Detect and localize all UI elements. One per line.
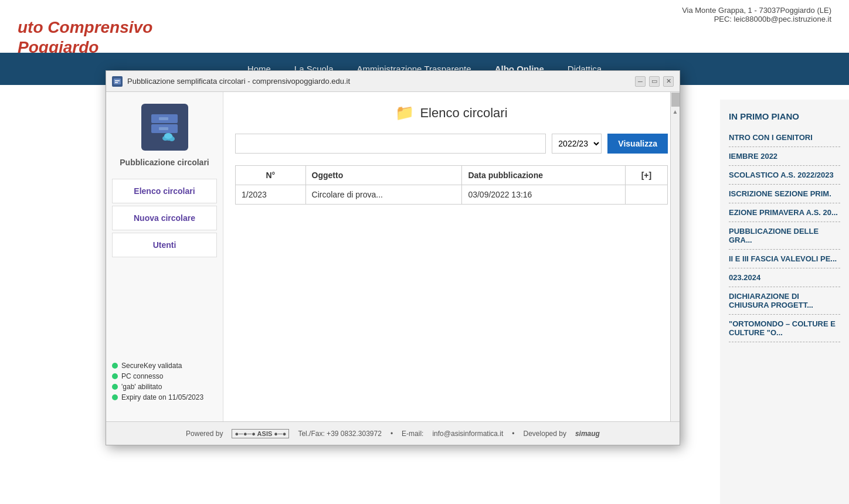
- svg-rect-6: [159, 127, 168, 130]
- cell-action[interactable]: [625, 185, 667, 205]
- modal-main-content: 📁 Elenco circolari 2022/23 2023/24 2021/…: [223, 92, 680, 421]
- footer-dev-separator: •: [512, 430, 514, 438]
- footer-email-separator: •: [390, 430, 393, 438]
- svg-rect-1: [115, 80, 120, 81]
- app-logo-icon: [141, 104, 188, 151]
- footer-dev-name: simaug: [575, 430, 600, 438]
- svg-point-10: [164, 133, 172, 139]
- status-dot-expiry: [112, 394, 118, 400]
- nav-utenti[interactable]: Utenti: [112, 233, 217, 257]
- modal-controls: ─ ▭ ✕: [635, 76, 674, 87]
- circolari-table: N° Oggetto Data pubblicazione [+] 1/2023…: [235, 165, 668, 205]
- footer-developed-by: Developed by: [524, 430, 566, 438]
- bg-sidebar-title: IN PRIMO PIANO: [729, 111, 840, 121]
- bg-sidebar-item-6[interactable]: PUBBLICAZIONE DELLE GRA...: [729, 222, 840, 250]
- status-securekey: SecureKey validata: [112, 362, 217, 370]
- bg-sidebar-item-4[interactable]: ISCRIZIONE SEZIONE PRIM.: [729, 185, 840, 203]
- svg-rect-2: [115, 82, 118, 83]
- status-label-gab: 'gab' abilitato: [121, 383, 162, 391]
- modal-title-text: Pubblicazione semplificata circolari - c…: [127, 77, 635, 86]
- bg-sidebar-item-3[interactable]: SCOLASTICO A.S. 2022/2023: [729, 166, 840, 185]
- page-title-icon: 📁: [395, 104, 414, 122]
- bg-contact-line1: Via Monte Grappa, 1 - 73037Poggiardo (LE…: [682, 6, 831, 15]
- modal-app-icon: [112, 76, 123, 87]
- bg-sidebar-item-9[interactable]: DICHIARAZIONE DI CHIUSURA PROGETT...: [729, 287, 840, 315]
- modal-sidebar: Pubblicazione circolari Elenco circolari…: [106, 92, 223, 421]
- footer-email-label: E-mail:: [402, 430, 423, 438]
- modal-titlebar: Pubblicazione semplificata circolari - c…: [106, 71, 680, 92]
- status-dot-pc: [112, 373, 118, 379]
- col-oggetto: Oggetto: [305, 166, 462, 185]
- footer-email: info@asisinformatica.it: [432, 430, 503, 438]
- footer-powered-by: Powered by: [186, 430, 223, 438]
- scrollbar-thumb[interactable]: [671, 93, 680, 107]
- modal-minimize-button[interactable]: ─: [635, 76, 646, 87]
- search-row: 2022/23 2023/24 2021/22 Visualizza: [235, 134, 668, 154]
- status-dot-securekey: [112, 363, 118, 369]
- table-row: 1/2023 Circolare di prova... 03/09/2022 …: [236, 185, 668, 205]
- status-expiry: Expiry date on 11/05/2023: [112, 393, 217, 401]
- scrollbar[interactable]: ▲: [670, 92, 680, 421]
- svg-rect-5: [159, 117, 168, 120]
- nav-elenco-circolari[interactable]: Elenco circolari: [112, 179, 217, 203]
- bg-sidebar-item-7[interactable]: II E III FASCIA VALEVOLI PE...: [729, 250, 840, 268]
- bg-sidebar-item-5[interactable]: EZIONE PRIMAVERA A.S. 20...: [729, 203, 840, 222]
- modal-window: Pubblicazione semplificata circolari - c…: [106, 70, 680, 445]
- footer-logo: ●─●─● ASIS ●─●: [232, 429, 289, 438]
- cell-data-pub: 03/09/2022 13:16: [462, 185, 625, 205]
- bg-contact-line2: PEC: leic88000b@pec.istruzione.it: [682, 15, 831, 23]
- modal-restore-button[interactable]: ▭: [649, 76, 660, 87]
- status-pc: PC connesso: [112, 372, 217, 380]
- col-data-pub: Data pubblicazione: [462, 166, 625, 185]
- bg-sidebar-item-8[interactable]: 023.2024: [729, 268, 840, 287]
- bg-sidebar-item-1[interactable]: NTRO CON I GENITORI: [729, 128, 840, 147]
- page-title: 📁 Elenco circolari: [235, 104, 668, 122]
- bg-sidebar-item-10[interactable]: "ORTOMONDO – COLTURE E CULTURE "O...: [729, 315, 840, 342]
- status-label-expiry: Expiry date on 11/05/2023: [121, 393, 203, 401]
- footer-tel: Tel./Fax: +39 0832.303972: [298, 430, 381, 438]
- status-section: SecureKey validata PC connesso 'gab' abi…: [106, 356, 223, 410]
- table-body: 1/2023 Circolare di prova... 03/09/2022 …: [236, 185, 668, 205]
- modal-sidebar-title: Pubblicazione circolari: [120, 158, 209, 167]
- cell-oggetto[interactable]: Circolare di prova...: [305, 185, 462, 205]
- table-header: N° Oggetto Data pubblicazione [+]: [236, 166, 668, 185]
- scroll-up-arrow[interactable]: ▲: [671, 107, 680, 117]
- bg-sidebar-item-2[interactable]: IEMBRE 2022: [729, 147, 840, 166]
- modal-body: Pubblicazione circolari Elenco circolari…: [106, 92, 680, 421]
- nav-nuova-circolare[interactable]: Nuova circolare: [112, 206, 217, 230]
- col-numero: N°: [236, 166, 306, 185]
- bg-sidebar-right: IN PRIMO PIANO NTRO CON I GENITORI IEMBR…: [720, 100, 849, 504]
- modal-close-button[interactable]: ✕: [663, 76, 674, 87]
- svg-rect-0: [114, 79, 121, 84]
- modal-footer: Powered by ●─●─● ASIS ●─● Tel./Fax: +39 …: [106, 421, 680, 445]
- year-select[interactable]: 2022/23 2023/24 2021/22: [552, 134, 602, 154]
- status-gab: 'gab' abilitato: [112, 383, 217, 391]
- status-dot-gab: [112, 384, 118, 390]
- search-input[interactable]: [235, 134, 546, 154]
- bg-logo-line1: uto Comprensivo: [18, 18, 152, 38]
- cell-numero: 1/2023: [236, 185, 306, 205]
- status-label-securekey: SecureKey validata: [121, 362, 182, 370]
- visualizza-button[interactable]: Visualizza: [607, 134, 668, 154]
- status-label-pc: PC connesso: [121, 372, 163, 380]
- page-title-text: Elenco circolari: [420, 105, 507, 121]
- col-action: [+]: [625, 166, 667, 185]
- bg-contact: Via Monte Grappa, 1 - 73037Poggiardo (LE…: [682, 6, 831, 23]
